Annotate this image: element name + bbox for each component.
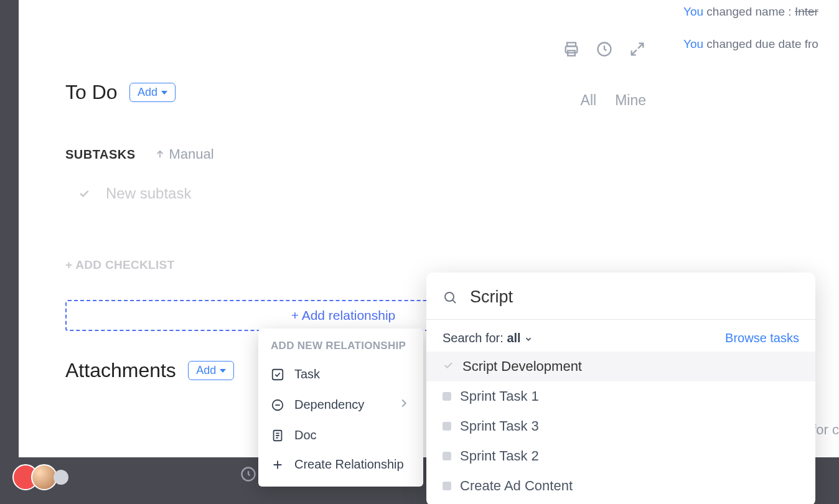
search-result[interactable]: Sprint Task 2 [426,441,815,471]
toolbar [563,40,646,60]
add-avatar[interactable] [54,470,68,485]
check-icon [78,187,90,200]
chevron-down-icon [524,335,533,343]
add-relationship-label: + Add relationship [291,308,396,323]
todo-header: To Do Add [65,81,621,104]
subtasks-label: SUBTASKS [65,147,136,162]
truncated-text: for c [812,422,839,438]
todo-title: To Do [65,81,118,104]
search-result-label: Sprint Task 3 [460,418,539,434]
search-result[interactable]: Script Development [426,352,815,381]
search-result-label: Sprint Task 2 [460,448,539,464]
menu-item-doc-label: Doc [294,428,317,442]
svg-point-7 [445,292,454,301]
task-icon [271,368,284,381]
new-subtask-placeholder: New subtask [106,185,191,202]
search-results: Script DevelopmentSprint Task 1Sprint Ta… [426,352,815,501]
activity-text-2: changed due date fro [706,37,818,50]
history-icon[interactable] [596,40,613,60]
menu-item-dependency[interactable]: Dependency [258,389,423,421]
attachments-add-label: Add [196,364,216,377]
new-subtask-row[interactable]: New subtask [78,185,621,202]
subtasks-header: SUBTASKS Manual [65,146,621,162]
svg-rect-4 [273,369,283,380]
search-result-label: Script Development [462,358,582,375]
activity-you: You [683,37,703,50]
todo-add-button[interactable]: Add [129,83,176,102]
search-filter-prefix: Search for: [443,331,507,345]
activity-line-2: You changed due date fro [683,37,839,51]
status-dot [443,452,451,460]
status-dot [443,392,451,401]
calendar-icon[interactable] [240,465,257,485]
attachments-title: Attachments [65,359,176,382]
subtasks-sort-label: Manual [169,146,214,162]
search-result-label: Create Ad Content [460,478,573,494]
menu-item-task[interactable]: Task [258,360,423,389]
chevron-right-icon [397,396,411,413]
search-filter-row: Search for: all Browse tasks [426,320,815,352]
search-result-label: Sprint Task 1 [460,388,539,404]
avatar-stack[interactable] [12,464,68,490]
relationship-menu-title: ADD NEW RELATIONSHIP [258,340,423,360]
search-popup: Search for: all Browse tasks Script Deve… [426,273,815,504]
arrow-up-icon [154,149,166,160]
search-result[interactable]: Sprint Task 1 [426,381,815,411]
activity-text-1: changed name : [706,5,791,18]
menu-item-create-label: Create Relationship [294,457,404,472]
status-dot [443,422,451,431]
subtasks-sort[interactable]: Manual [154,146,214,162]
attachments-add-button[interactable]: Add [188,361,234,380]
activity-you: You [683,5,703,18]
search-input[interactable] [470,287,799,307]
dependency-icon [271,398,284,412]
check-icon [443,358,454,375]
search-result[interactable]: Sprint Task 3 [426,411,815,441]
search-filter-value: all [507,331,520,345]
search-filter[interactable]: Search for: all [443,331,533,345]
activity-feed: You changed name : Inter You changed due… [683,5,839,70]
menu-item-task-label: Task [294,367,320,381]
add-checklist-button[interactable]: + ADD CHECKLIST [65,258,621,272]
menu-item-dependency-label: Dependency [294,398,364,412]
todo-add-label: Add [138,86,157,99]
menu-item-doc[interactable]: Doc [258,421,423,450]
menu-item-create-relationship[interactable]: Create Relationship [258,450,423,479]
search-row [426,273,815,320]
browse-tasks-link[interactable]: Browse tasks [725,331,799,345]
expand-icon[interactable] [629,40,646,60]
doc-icon [271,429,284,442]
print-icon[interactable] [563,40,580,60]
search-result[interactable]: Create Ad Content [426,471,815,501]
activity-old-name: Inter [795,5,818,18]
search-icon [443,289,457,306]
plus-icon [271,458,284,472]
activity-line-1: You changed name : Inter [683,5,839,19]
relationship-menu: ADD NEW RELATIONSHIP Task Dependency Doc… [258,329,423,487]
status-dot [443,482,451,490]
